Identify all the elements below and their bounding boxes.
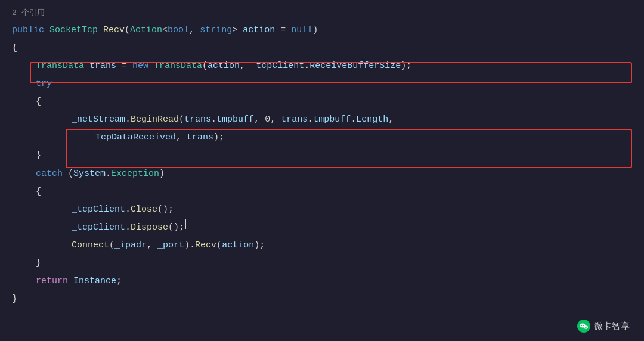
code-line-13: Connect(_ipadr, _port).Recv(action); <box>0 237 644 255</box>
watermark: 微卡智享 <box>577 320 630 333</box>
watermark-text: 微卡智享 <box>594 321 630 332</box>
wechat-icon <box>577 320 590 333</box>
code-line-16: } <box>0 290 644 308</box>
reference-count: 2 个引用 <box>0 6 644 21</box>
svg-point-3 <box>583 325 584 326</box>
code-line-14: } <box>0 255 644 272</box>
code-container: 2 个引用 public SocketTcp Recv(Action<bool,… <box>0 0 644 341</box>
code-line-6: _netStream.BeginRead(trans.tmpbuff, 0, t… <box>0 111 644 129</box>
code-line-9: catch (System.Exception) <box>0 165 644 183</box>
code-line-8: } <box>0 147 644 165</box>
param-action: action <box>243 22 275 39</box>
code-line-10: { <box>0 183 644 201</box>
code-line-3: TransData trans = new TransData(action, … <box>0 57 644 75</box>
code-line-12: _tcpClient.Dispose(); <box>0 219 644 237</box>
code-line-1: public SocketTcp Recv(Action<bool, strin… <box>0 21 644 39</box>
code-line-4: try <box>0 75 644 93</box>
code-line-15: return Instance; <box>0 272 644 290</box>
code-line-7: TcpDataReceived, trans); <box>0 129 644 147</box>
type-sockettcp: SocketTcp <box>49 22 103 39</box>
code-line-11: _tcpClient.Close(); <box>0 201 644 219</box>
cursor <box>185 219 186 229</box>
svg-point-2 <box>581 325 583 326</box>
keyword-public: public <box>12 22 49 39</box>
svg-point-4 <box>584 326 588 329</box>
code-area: public SocketTcp Recv(Action<bool, strin… <box>0 21 644 308</box>
code-line-5: { <box>0 93 644 111</box>
svg-point-6 <box>586 327 587 328</box>
svg-point-5 <box>585 327 586 328</box>
code-line-2: { <box>0 39 644 57</box>
method-recv: Recv <box>103 22 125 39</box>
type-action: Action <box>130 22 162 39</box>
